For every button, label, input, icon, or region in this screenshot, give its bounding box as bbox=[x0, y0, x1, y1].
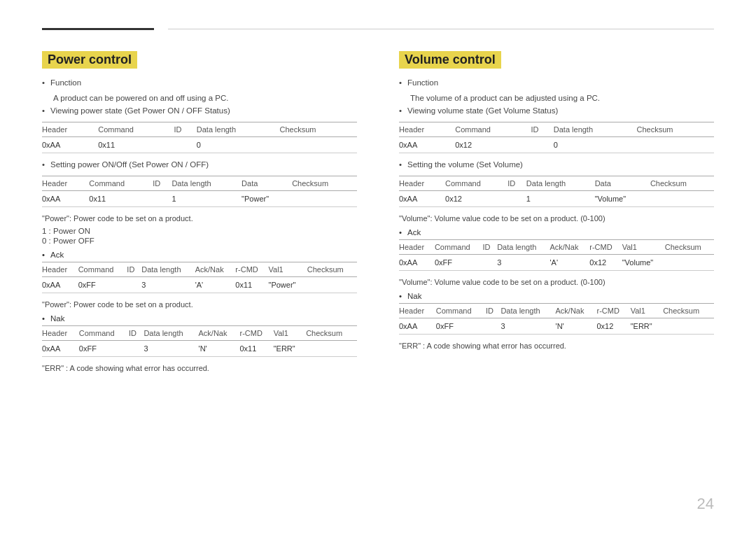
power-on-label: 1 : Power ON bbox=[42, 227, 357, 235]
col-header-acknak: Ack/Nak bbox=[550, 240, 589, 255]
cell-rcmd: 0x12 bbox=[596, 318, 630, 335]
col-header-acknak: Ack/Nak bbox=[556, 304, 597, 318]
table-row: 0xAA 0x12 1 "Volume" bbox=[399, 191, 714, 207]
col-header-header: Header bbox=[399, 176, 445, 191]
col-header-datalength: Data length bbox=[497, 240, 550, 255]
col-header-command: Command bbox=[455, 122, 531, 137]
power-ack-table-section: Header Command ID Data length Ack/Nak r-… bbox=[42, 262, 357, 293]
col-header-checksum: Checksum bbox=[636, 122, 714, 137]
col-header-header: Header bbox=[399, 240, 435, 255]
table-row: 0xAA 0xFF 3 'N' 0x12 "ERR" bbox=[399, 318, 714, 335]
cell-checksum bbox=[292, 191, 357, 207]
cell-checksum bbox=[650, 191, 714, 207]
cell-command: 0xFF bbox=[79, 341, 129, 357]
cell-checksum bbox=[636, 137, 714, 153]
power-ack-table: Header Command ID Data length Ack/Nak r-… bbox=[42, 262, 357, 293]
cell-data: "Volume" bbox=[595, 191, 650, 207]
col-header-checksum: Checksum bbox=[663, 304, 714, 318]
cell-header: 0xAA bbox=[42, 341, 79, 357]
power-control-title: Power control bbox=[42, 51, 137, 69]
power-function-list: Function bbox=[42, 78, 357, 87]
volume-note1: "Volume": Volume value code to be set on… bbox=[399, 214, 714, 223]
cell-header: 0xAA bbox=[399, 318, 436, 335]
cell-acknak: 'N' bbox=[199, 341, 240, 357]
cell-acknak: 'N' bbox=[556, 318, 597, 335]
viewing-label: Viewing volume state (Get Volume Status) bbox=[407, 106, 558, 115]
cell-checksum bbox=[279, 137, 357, 153]
col-header-datalength: Data length bbox=[526, 176, 595, 191]
col-header-datalength: Data length bbox=[500, 304, 555, 318]
power-note1: "Power": Power code to be set on a produ… bbox=[42, 214, 357, 223]
setting-item: Setting the volume (Set Volume) bbox=[399, 160, 714, 169]
table-row: 0xAA 0x12 0 bbox=[399, 137, 714, 153]
col-header-datalength: Data length bbox=[554, 122, 637, 137]
col-header-id: ID bbox=[129, 326, 144, 341]
cell-acknak: 'A' bbox=[195, 277, 236, 293]
col-header-header: Header bbox=[42, 122, 98, 137]
col-header-header: Header bbox=[42, 176, 89, 191]
col-header-checksum: Checksum bbox=[279, 122, 357, 137]
col-header-id: ID bbox=[531, 122, 553, 137]
page-number: 24 bbox=[697, 495, 714, 513]
viewing-list: Viewing volume state (Get Volume Status) bbox=[399, 106, 714, 115]
col-header-checksum: Checksum bbox=[292, 176, 357, 191]
volume-note2: "Volume": Volume value code to be set on… bbox=[399, 278, 714, 286]
cell-rcmd: 0x11 bbox=[239, 341, 273, 357]
volume-nak-table-section: Header Command ID Data length Ack/Nak r-… bbox=[399, 303, 714, 335]
col-header-checksum: Checksum bbox=[306, 326, 357, 341]
cell-header: 0xAA bbox=[399, 191, 445, 207]
col-header-command: Command bbox=[436, 304, 486, 318]
col-header-header: Header bbox=[399, 122, 455, 137]
col-header-id: ID bbox=[127, 262, 141, 277]
cell-val1: "ERR" bbox=[274, 341, 307, 357]
cell-command: 0x12 bbox=[445, 191, 507, 207]
cell-checksum bbox=[307, 277, 357, 293]
cell-val1: "Volume" bbox=[622, 255, 665, 271]
table-row: 0xAA 0xFF 3 'N' 0x11 "ERR" bbox=[42, 341, 357, 357]
cell-datalength: 3 bbox=[141, 277, 195, 293]
cell-command: 0x11 bbox=[98, 137, 174, 153]
col-header-datalength: Data length bbox=[172, 176, 241, 191]
function-desc: The volume of a product can be adjusted … bbox=[399, 94, 714, 102]
cell-datalength: 1 bbox=[172, 191, 241, 207]
volume-viewing-table-section: Header Command ID Data length Checksum 0… bbox=[399, 122, 714, 153]
col-header-id: ID bbox=[153, 176, 172, 191]
col-header-rcmd: r-CMD bbox=[235, 262, 268, 277]
setting-item: Setting power ON/Off (Set Power ON / OFF… bbox=[42, 160, 357, 169]
cell-val1: "ERR" bbox=[631, 318, 664, 335]
cell-checksum bbox=[306, 341, 357, 357]
table-row: 0xAA 0xFF 3 'A' 0x12 "Volume" bbox=[399, 255, 714, 271]
ack-label: Ack bbox=[42, 251, 357, 259]
cell-checksum bbox=[665, 255, 714, 271]
col-header-command: Command bbox=[79, 326, 129, 341]
cell-header: 0xAA bbox=[42, 191, 89, 207]
col-header-datalength: Data length bbox=[141, 262, 195, 277]
function-desc: A product can be powered on and off usin… bbox=[42, 94, 357, 102]
cell-rcmd: 0x11 bbox=[235, 277, 268, 293]
viewing-list: Viewing power state (Get Power ON / OFF … bbox=[42, 106, 357, 115]
function-item: Function bbox=[42, 78, 357, 87]
volume-function-list: Function bbox=[399, 78, 714, 87]
col-header-datalength: Data length bbox=[197, 122, 280, 137]
col-header-rcmd: r-CMD bbox=[239, 326, 273, 341]
cell-command: 0x11 bbox=[89, 191, 153, 207]
table-row: 0xAA 0x11 0 bbox=[42, 137, 357, 153]
col-header-header: Header bbox=[42, 326, 79, 341]
setting-list: Setting the volume (Set Volume) bbox=[399, 160, 714, 169]
cell-data: "Power" bbox=[241, 191, 292, 207]
nak-label: Nak bbox=[399, 292, 714, 300]
power-nak-table-section: Header Command ID Data length Ack/Nak r-… bbox=[42, 325, 357, 357]
cell-checksum bbox=[663, 318, 714, 335]
cell-datalength: 1 bbox=[526, 191, 595, 207]
col-header-val1: Val1 bbox=[631, 304, 664, 318]
cell-command: 0xFF bbox=[78, 277, 127, 293]
volume-setting-table: Header Command ID Data length Data Check… bbox=[399, 176, 714, 207]
power-control-section: Power control Function A product can be … bbox=[42, 51, 357, 377]
cell-command: 0x12 bbox=[455, 137, 531, 153]
main-content: Power control Function A product can be … bbox=[42, 51, 714, 377]
power-nak-table: Header Command ID Data length Ack/Nak r-… bbox=[42, 325, 357, 357]
volume-nak-table: Header Command ID Data length Ack/Nak r-… bbox=[399, 303, 714, 335]
cell-val1: "Power" bbox=[269, 277, 307, 293]
nak-label: Nak bbox=[42, 314, 357, 323]
volume-viewing-table: Header Command ID Data length Checksum 0… bbox=[399, 122, 714, 153]
